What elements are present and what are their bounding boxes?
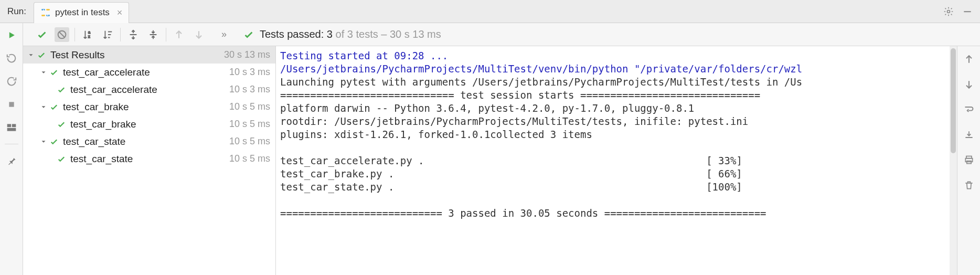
svg-rect-7 xyxy=(964,11,971,12)
chevron-down-icon[interactable] xyxy=(39,69,48,76)
tree-root[interactable]: Test Results 30 s 13 ms xyxy=(23,46,275,64)
more-button[interactable]: » xyxy=(217,27,231,42)
main-area: Test Results 30 s 13 ms test_car_acceler… xyxy=(0,46,980,275)
gear-icon[interactable] xyxy=(943,6,954,17)
check-icon xyxy=(49,68,59,77)
svg-text:z: z xyxy=(88,34,90,39)
svg-point-6 xyxy=(947,10,950,13)
print-button[interactable] xyxy=(961,152,977,168)
tree-node-label: test_car_brake xyxy=(63,101,225,113)
tree-node-time: 10 s 5 ms xyxy=(225,101,270,112)
check-icon xyxy=(49,137,59,146)
delete-button[interactable] xyxy=(961,177,977,193)
check-icon xyxy=(49,102,59,112)
tree-node-time: 10 s 3 ms xyxy=(225,67,270,78)
svg-rect-1 xyxy=(46,9,50,10)
scroll-down-button[interactable] xyxy=(961,77,977,92)
tree-leaf-time: 10 s 5 ms xyxy=(225,153,270,164)
check-icon xyxy=(37,50,46,60)
tree-leaf-label: test_car_accelerate xyxy=(70,84,225,96)
status-prefix: Tests passed: xyxy=(260,28,324,40)
pytest-icon xyxy=(40,7,51,18)
scrollbar[interactable] xyxy=(950,46,957,275)
tree-leaf-time: 10 s 3 ms xyxy=(225,84,270,95)
sort-by-duration-button[interactable] xyxy=(100,27,115,42)
tree-root-label: Test Results xyxy=(50,49,220,61)
console-text: Testing started at 09:28 ... /Users/jetb… xyxy=(276,46,957,223)
tree-leaf[interactable]: test_car_state 10 s 5 ms xyxy=(23,150,275,167)
tree-node[interactable]: test_car_brake 10 s 5 ms xyxy=(23,98,275,115)
tree-leaf-time: 10 s 5 ms xyxy=(225,119,270,130)
tree-node[interactable]: test_car_state 10 s 5 ms xyxy=(23,133,275,150)
tree-leaf-label: test_car_brake xyxy=(70,119,225,130)
soft-wrap-button[interactable] xyxy=(961,102,977,118)
tree-leaf-label: test_car_state xyxy=(70,153,225,165)
svg-rect-2 xyxy=(41,15,45,16)
tree-leaf[interactable]: test_car_brake 10 s 5 ms xyxy=(23,115,275,133)
check-icon xyxy=(57,120,66,129)
chevron-down-icon[interactable] xyxy=(26,51,36,59)
scroll-up-button[interactable] xyxy=(961,51,977,67)
toolwindow-header: Run: pytest in tests × xyxy=(0,0,980,23)
check-icon xyxy=(57,85,66,94)
run-label: Run: xyxy=(0,6,34,17)
next-failed-button[interactable] xyxy=(191,27,206,42)
svg-point-4 xyxy=(43,9,44,10)
chevron-down-icon[interactable] xyxy=(39,138,48,145)
tab-label: pytest in tests xyxy=(55,7,110,18)
console-output[interactable]: Testing started at 09:28 ... /Users/jetb… xyxy=(276,46,957,275)
show-passed-button[interactable] xyxy=(35,27,49,42)
status-count: 3 xyxy=(327,28,333,40)
previous-failed-button[interactable] xyxy=(172,27,186,42)
run-button[interactable] xyxy=(4,27,19,43)
test-tree[interactable]: Test Results 30 s 13 ms test_car_acceler… xyxy=(23,46,276,275)
tree-node[interactable]: test_car_accelerate 10 s 3 ms xyxy=(23,64,275,81)
test-toolbar: az » Tests passed: 3 of 3 tests – 30 xyxy=(0,23,980,46)
tree-node-label: test_car_state xyxy=(63,136,225,147)
check-icon xyxy=(243,29,254,40)
show-ignored-button[interactable] xyxy=(55,27,69,42)
tree-leaf[interactable]: test_car_accelerate 10 s 3 ms xyxy=(23,81,275,98)
tree-node-label: test_car_accelerate xyxy=(63,67,225,78)
test-status: Tests passed: 3 of 3 tests – 30 s 13 ms xyxy=(237,28,441,40)
right-action-gutter xyxy=(957,46,980,275)
collapse-all-button[interactable] xyxy=(146,27,161,42)
close-tab-icon[interactable]: × xyxy=(117,7,123,18)
run-tab[interactable]: pytest in tests × xyxy=(34,2,129,23)
scrollbar-thumb[interactable] xyxy=(951,48,956,153)
tree-root-time: 30 s 13 ms xyxy=(220,49,270,60)
scroll-to-end-button[interactable] xyxy=(961,127,977,143)
expand-all-button[interactable] xyxy=(126,27,141,42)
sort-alphabetically-button[interactable]: az xyxy=(80,27,95,42)
svg-point-5 xyxy=(47,15,48,16)
minimize-icon[interactable] xyxy=(962,6,973,17)
chevron-down-icon[interactable] xyxy=(39,103,48,111)
status-of: of 3 tests – 30 s 13 ms xyxy=(336,28,441,40)
check-icon xyxy=(57,154,66,164)
tree-node-time: 10 s 5 ms xyxy=(225,136,270,147)
